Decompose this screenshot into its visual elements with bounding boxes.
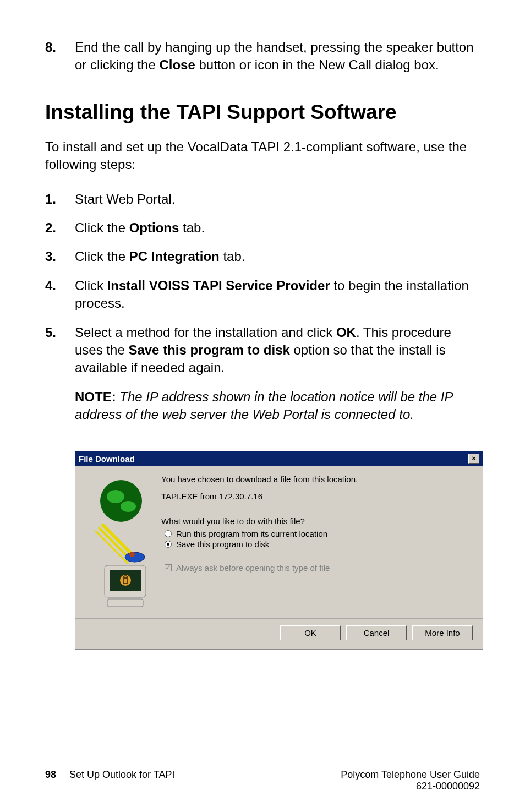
step-number: 8.	[45, 39, 75, 74]
install-voiss-bold: Install VOISS TAPI Service Provider	[107, 278, 330, 293]
step-body: Click the Options tab.	[75, 219, 480, 237]
step-number: 2.	[45, 219, 75, 237]
step-number: 1.	[45, 190, 75, 208]
radio-run-location[interactable]: Run this program from its current locati…	[165, 529, 473, 538]
close-icon[interactable]: ×	[468, 454, 479, 464]
dialog-body: You have chosen to download a file from …	[75, 466, 483, 618]
step-8: 8. End the call by hanging up the handse…	[45, 39, 480, 74]
close-bold: Close	[159, 57, 195, 72]
cancel-button[interactable]: Cancel	[346, 625, 407, 640]
dialog-title-bar: File Download ×	[75, 451, 483, 466]
svg-rect-7	[107, 599, 143, 607]
page-footer: 98 Set Up Outlook for TAPI Polycom Telep…	[45, 762, 480, 792]
text: button or icon in the New Call dialog bo…	[195, 57, 439, 72]
text: Select a method for the installation and…	[75, 325, 336, 340]
radio-save-disk[interactable]: Save this program to disk	[165, 539, 473, 549]
footer-left: 98 Set Up Outlook for TAPI	[45, 769, 174, 792]
step-2: 2. Click the Options tab.	[45, 219, 480, 237]
radio-label: Save this program to disk	[176, 539, 269, 549]
note-label: NOTE:	[75, 389, 116, 404]
step-body: Select a method for the installation and…	[75, 324, 480, 377]
step-3: 3. Click the PC Integration tab.	[45, 248, 480, 265]
checkbox-label: Always ask before opening this type of f…	[176, 563, 330, 573]
svg-point-2	[121, 501, 136, 512]
dialog-title: File Download	[79, 454, 135, 464]
svg-point-3	[125, 552, 145, 562]
svg-point-4	[129, 552, 135, 557]
file-download-dialog: File Download ×	[75, 451, 483, 650]
pc-integration-bold: PC Integration	[129, 249, 220, 264]
step-body: Click the PC Integration tab.	[75, 248, 480, 265]
footer-guide: Polycom Telephone User Guide	[341, 769, 480, 781]
text: Click the	[75, 220, 129, 235]
dialog-message-1: You have chosen to download a file from …	[161, 475, 473, 484]
text: Click the	[75, 249, 129, 264]
save-disk-bold: Save this program to disk	[128, 342, 289, 357]
dialog-question: What would you like to do with this file…	[161, 516, 473, 526]
intro-paragraph: To install and set up the VocalData TAPI…	[45, 138, 480, 174]
page-number: 98	[45, 769, 56, 792]
footer-docnum: 621-00000092	[341, 781, 480, 792]
step-number: 3.	[45, 248, 75, 265]
radio-icon	[165, 530, 172, 537]
text: Click	[75, 278, 107, 293]
footer-section: Set Up Outlook for TAPI	[69, 769, 174, 792]
checkbox-always-ask[interactable]: Always ask before opening this type of f…	[165, 563, 473, 573]
file-download-dialog-figure: File Download ×	[75, 451, 483, 650]
footer-right: Polycom Telephone User Guide 621-0000009…	[341, 769, 480, 792]
step-body: End the call by hanging up the handset, …	[75, 39, 480, 74]
options-bold: Options	[129, 220, 179, 235]
ok-bold: OK	[336, 325, 356, 340]
dialog-footer: OK Cancel More Info	[75, 618, 483, 649]
step-5: 5. Select a method for the installation …	[45, 324, 480, 377]
step-body: Start Web Portal.	[75, 190, 480, 208]
dialog-content: You have chosen to download a file from …	[161, 475, 473, 614]
more-info-button[interactable]: More Info	[412, 625, 473, 640]
note-block: NOTE: The IP address shown in the locati…	[75, 388, 480, 424]
checkbox-icon	[165, 564, 172, 571]
step-body: Click Install VOISS TAPI Service Provide…	[75, 277, 480, 313]
step-number: 4.	[45, 277, 75, 313]
download-globe-icon	[85, 475, 157, 614]
note-text: The IP address shown in the location not…	[75, 389, 453, 422]
section-heading: Installing the TAPI Support Software	[45, 101, 480, 124]
radio-icon	[165, 541, 172, 548]
radio-label: Run this program from its current locati…	[176, 529, 327, 538]
step-number: 5.	[45, 324, 75, 377]
text: tab.	[179, 220, 205, 235]
text: tab.	[220, 249, 245, 264]
dialog-message-2: TAPI.EXE from 172.30.7.16	[161, 492, 473, 501]
step-1: 1. Start Web Portal.	[45, 190, 480, 208]
ok-button[interactable]: OK	[280, 625, 341, 640]
step-4: 4. Click Install VOISS TAPI Service Prov…	[45, 277, 480, 313]
svg-point-1	[107, 490, 124, 503]
